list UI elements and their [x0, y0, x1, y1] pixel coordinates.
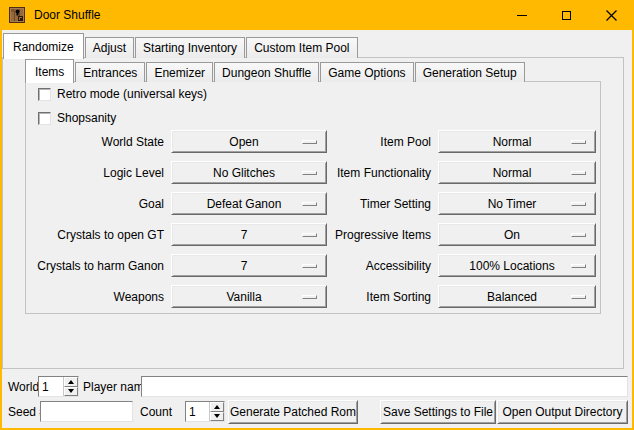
- tab-randomize[interactable]: Randomize: [3, 33, 84, 59]
- progressive-items-label: Progressive Items: [327, 223, 431, 246]
- tab-adjust-label: Adjust: [93, 41, 126, 55]
- goal-dropdown[interactable]: Defeat Ganon: [171, 192, 327, 215]
- close-button[interactable]: [589, 0, 634, 30]
- world-state-value: Open: [229, 135, 258, 149]
- item-sorting-value: Balanced: [487, 290, 537, 304]
- item-functionality-dropdown[interactable]: Normal: [438, 161, 596, 184]
- logic-level-dropdown[interactable]: No Glitches: [171, 161, 327, 184]
- option-menu-indicator: [571, 264, 586, 268]
- item-pool-label: Item Pool: [327, 130, 431, 153]
- minimize-icon: [517, 15, 527, 16]
- retro-mode-label: Retro mode (universal keys): [57, 87, 207, 101]
- crystals-gt-dropdown[interactable]: 7: [171, 223, 327, 246]
- tab-generation-setup[interactable]: Generation Setup: [415, 62, 525, 82]
- tab-items-label: Items: [35, 65, 64, 79]
- count-spinbox[interactable]: [185, 401, 225, 422]
- maximize-button[interactable]: [544, 0, 589, 30]
- item-pool-dropdown[interactable]: Normal: [438, 130, 596, 153]
- tab-dungeon-shuffle[interactable]: Dungeon Shuffle: [214, 62, 319, 82]
- item-sorting-dropdown[interactable]: Balanced: [438, 285, 596, 308]
- option-menu-indicator: [302, 295, 317, 299]
- seed-input[interactable]: [40, 401, 133, 422]
- crystals-ganon-label: Crystals to harm Ganon: [26, 254, 164, 277]
- tab-entrances[interactable]: Entrances: [75, 62, 145, 82]
- minimize-button[interactable]: [499, 0, 544, 30]
- tab-starting-inventory-label: Starting Inventory: [143, 41, 237, 55]
- count-spin-buttons: [209, 402, 224, 421]
- arrow-up-icon: [68, 380, 74, 384]
- tab-dungeon-shuffle-label: Dungeon Shuffle: [222, 66, 311, 80]
- count-label: Count: [140, 401, 172, 422]
- option-menu-indicator: [571, 233, 586, 237]
- randomize-sub-tab-bar: Items Entrances Enemizer Dungeon Shuffle…: [25, 58, 526, 82]
- worlds-input[interactable]: [39, 377, 63, 396]
- tab-adjust[interactable]: Adjust: [85, 37, 134, 58]
- weapons-label: Weapons: [26, 285, 164, 308]
- arrow-down-icon: [68, 389, 74, 393]
- goal-value: Defeat Ganon: [207, 197, 282, 211]
- tab-custom-item-pool[interactable]: Custom Item Pool: [246, 37, 357, 58]
- count-spin-down-button[interactable]: [210, 412, 224, 422]
- option-menu-indicator: [302, 171, 317, 175]
- accessibility-value: 100% Locations: [469, 259, 554, 273]
- goal-label: Goal: [26, 192, 164, 215]
- worlds-spin-buttons: [63, 377, 78, 396]
- crystals-gt-label: Crystals to open GT: [26, 223, 164, 246]
- tab-starting-inventory[interactable]: Starting Inventory: [135, 37, 245, 58]
- shopsanity-row: Shopsanity: [38, 110, 116, 126]
- arrow-down-icon: [214, 414, 220, 418]
- caption-buttons: [499, 0, 634, 30]
- maximize-icon: [562, 11, 571, 20]
- player-names-input[interactable]: [141, 376, 628, 397]
- item-functionality-label: Item Functionality: [327, 161, 431, 184]
- timer-setting-label: Timer Setting: [327, 192, 431, 215]
- worlds-spin-down-button[interactable]: [64, 387, 78, 397]
- progressive-items-dropdown[interactable]: On: [438, 223, 596, 246]
- shopsanity-checkbox[interactable]: [38, 112, 51, 125]
- worlds-spin-up-button[interactable]: [64, 377, 78, 387]
- tab-randomize-label: Randomize: [13, 40, 74, 54]
- timer-setting-dropdown[interactable]: No Timer: [438, 192, 596, 215]
- world-state-label: World State: [26, 130, 164, 153]
- progressive-items-value: On: [504, 228, 520, 242]
- timer-setting-value: No Timer: [488, 197, 537, 211]
- world-state-dropdown[interactable]: Open: [171, 130, 327, 153]
- count-input[interactable]: [186, 402, 209, 421]
- option-menu-indicator: [302, 202, 317, 206]
- save-settings-button[interactable]: Save Settings to File: [380, 400, 496, 424]
- option-menu-indicator: [302, 140, 317, 144]
- tab-enemizer[interactable]: Enemizer: [146, 62, 213, 82]
- shopsanity-label: Shopsanity: [57, 111, 116, 125]
- option-menu-indicator: [571, 202, 586, 206]
- weapons-dropdown[interactable]: Vanilla: [171, 285, 327, 308]
- crystals-ganon-value: 7: [241, 259, 248, 273]
- count-spin-up-button[interactable]: [210, 402, 224, 412]
- worlds-spinbox[interactable]: [38, 376, 79, 397]
- options-grid: World State Open Item Pool Normal Logic …: [26, 130, 596, 308]
- logic-level-value: No Glitches: [213, 166, 275, 180]
- option-menu-indicator: [571, 140, 586, 144]
- items-pane: Retro mode (universal keys) Shopsanity W…: [25, 81, 601, 314]
- tab-items[interactable]: Items: [25, 59, 74, 83]
- arrow-up-icon: [214, 405, 220, 409]
- tab-enemizer-label: Enemizer: [154, 66, 205, 80]
- tab-generation-setup-label: Generation Setup: [423, 66, 517, 80]
- close-icon: [606, 10, 617, 21]
- accessibility-label: Accessibility: [327, 254, 431, 277]
- item-pool-value: Normal: [493, 135, 532, 149]
- generate-patched-rom-button[interactable]: Generate Patched Rom: [228, 400, 358, 424]
- open-output-directory-button[interactable]: Open Output Directory: [497, 400, 628, 424]
- retro-mode-checkbox[interactable]: [38, 88, 51, 101]
- option-menu-indicator: [571, 295, 586, 299]
- option-menu-indicator: [571, 171, 586, 175]
- accessibility-dropdown[interactable]: 100% Locations: [438, 254, 596, 277]
- window-title: Door Shuffle: [34, 8, 101, 22]
- tab-custom-item-pool-label: Custom Item Pool: [254, 41, 349, 55]
- crystals-ganon-dropdown[interactable]: 7: [171, 254, 327, 277]
- logic-level-label: Logic Level: [26, 161, 164, 184]
- option-menu-indicator: [302, 233, 317, 237]
- tab-game-options[interactable]: Game Options: [320, 62, 413, 82]
- titlebar: Door Shuffle: [0, 0, 634, 30]
- tab-game-options-label: Game Options: [328, 66, 405, 80]
- item-sorting-label: Item Sorting: [327, 285, 431, 308]
